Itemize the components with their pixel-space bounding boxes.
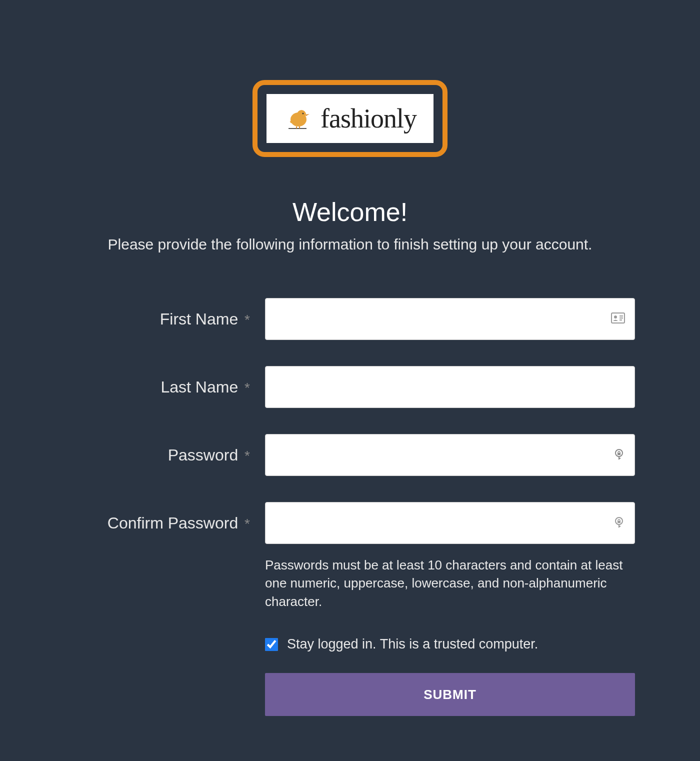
last-name-label-text: Last Name <box>160 378 238 396</box>
confirm-password-input[interactable] <box>265 502 635 544</box>
password-label: Password * <box>65 446 265 464</box>
svg-rect-13 <box>618 453 620 455</box>
password-input[interactable] <box>265 434 635 476</box>
confirm-password-label-text: Confirm Password <box>108 514 238 532</box>
required-asterisk: * <box>244 380 250 396</box>
last-name-label: Last Name * <box>65 378 265 396</box>
key-icon <box>613 516 625 530</box>
first-name-label: First Name * <box>65 310 265 328</box>
brand-name: fashionly <box>320 103 416 134</box>
svg-point-1 <box>297 110 306 119</box>
required-asterisk: * <box>244 448 250 464</box>
password-helper-text: Passwords must be at least 10 characters… <box>265 556 635 610</box>
stay-logged-in-row: Stay logged in. This is a trusted comput… <box>265 636 635 652</box>
first-name-row: First Name * <box>65 298 635 340</box>
logo: fashionly <box>266 94 434 143</box>
svg-rect-16 <box>618 521 620 523</box>
first-name-input[interactable] <box>265 298 635 340</box>
first-name-label-text: First Name <box>160 310 238 328</box>
logo-wrap: fashionly <box>30 80 670 157</box>
page-subheading: Please provide the following information… <box>30 236 670 253</box>
confirm-password-row: Confirm Password * Passwords must <box>65 502 635 610</box>
stay-logged-in-label: Stay logged in. This is a trusted comput… <box>287 636 538 652</box>
page-heading: Welcome! <box>30 197 670 227</box>
signup-form-container: fashionly Welcome! Please provide the fo… <box>30 20 670 716</box>
stay-logged-in-checkbox[interactable] <box>265 638 278 651</box>
required-asterisk: * <box>244 516 250 532</box>
last-name-row: Last Name * <box>65 366 635 408</box>
key-icon <box>613 448 625 462</box>
signup-form: First Name * Last <box>65 298 635 716</box>
svg-point-2 <box>302 113 304 114</box>
id-card-icon <box>611 312 625 326</box>
last-name-input[interactable] <box>265 366 635 408</box>
password-label-text: Password <box>168 446 238 464</box>
svg-point-7 <box>614 316 617 318</box>
password-row: Password * <box>65 434 635 476</box>
required-asterisk: * <box>244 312 250 328</box>
bird-icon <box>284 104 312 132</box>
submit-button[interactable]: SUBMIT <box>265 673 635 716</box>
confirm-password-label: Confirm Password * <box>65 502 265 532</box>
logo-frame: fashionly <box>252 80 448 157</box>
